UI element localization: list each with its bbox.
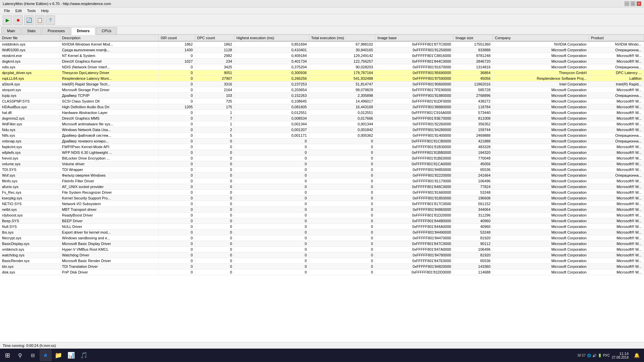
help-button[interactable]: ? — [46, 15, 55, 25]
table-row[interactable]: Wdf01000.sysСреда выполнения платф...143… — [0, 47, 644, 53]
table-row[interactable]: Wof.sysФильтр оверлея Windows00000xFFFFF… — [0, 173, 644, 178]
table-row[interactable]: tdx.sysTDI Translation Driver00000xFFFFF… — [0, 264, 644, 269]
col-isr-count[interactable]: ISR count — [158, 35, 195, 41]
menu-edit[interactable]: Edit — [13, 8, 24, 13]
table-row[interactable]: Null.SYSNULL Driver00000xFFFFF801'844A00… — [0, 224, 644, 230]
table-cell: 2,305898 — [309, 93, 375, 99]
table-row[interactable]: netbt.sysMBT Transport driver00000xFFFFF… — [0, 207, 644, 213]
media-button[interactable]: 🎵 — [78, 349, 90, 361]
tab-drivers[interactable]: Drivers — [71, 27, 95, 35]
report-button[interactable]: 📋 — [35, 15, 44, 25]
col-dpc-count[interactable]: DPC count — [195, 35, 234, 41]
table-row[interactable]: dxgmms2.sysDirectX Graphics MMS070,00853… — [0, 116, 644, 121]
col-company[interactable]: Company — [493, 35, 589, 41]
col-highest-exec[interactable]: Highest execution (ms) — [234, 35, 309, 41]
table-row[interactable]: vmbkmclr.sysHyper-V VMBus Root KMCL00000… — [0, 247, 644, 252]
table-row[interactable]: Ndu.sysWindows Network Data Usa...020,00… — [0, 127, 644, 133]
table-row[interactable]: HDAudBus.sysHigh Definition Audio Bus Dr… — [0, 104, 644, 110]
table-cell: Microsoft Corporation — [493, 133, 589, 138]
tab-main[interactable]: Main — [1, 27, 21, 34]
minimize-button[interactable]: ─ — [625, 1, 629, 6]
col-product[interactable]: Product — [589, 35, 644, 41]
stop-button[interactable]: ■ — [13, 15, 23, 25]
close-button[interactable]: ✕ — [637, 1, 641, 6]
play-button[interactable]: ▶ — [3, 15, 12, 25]
menu-tools[interactable]: Tools — [24, 8, 39, 13]
col-total-exec[interactable]: Total execution (ms) — [309, 35, 375, 41]
table-row[interactable]: afunix.sysAF_UNIX socket provider00000xF… — [0, 184, 644, 190]
table-row[interactable]: hal.dllHardware Abstraction Layer010,012… — [0, 110, 644, 116]
table-cell: Microsoft Corporation — [493, 110, 589, 116]
table-cell: 0 — [309, 241, 375, 247]
drivers-table-container[interactable]: Driver file Description ISR count DPC co… — [0, 35, 644, 342]
table-row[interactable]: volsnap.sysДрайвер теневого копиро...000… — [0, 138, 644, 144]
ie-button[interactable]: e — [40, 349, 52, 361]
table-row[interactable]: rspLLL64.sysResplendence Latency Mont...… — [0, 76, 644, 81]
statusbar: Time running: 0:00:24 (h:mm:ss) — [0, 342, 644, 349]
table-row[interactable]: Beep.SYSBEEP Driver00000xFFFFF801'844B00… — [0, 218, 644, 224]
table-cell: filecrypt.sys — [0, 235, 60, 241]
table-row[interactable]: watchdog.sysWatchdog Driver00000xFFFFF80… — [0, 252, 644, 258]
col-image-base[interactable]: Image base — [375, 35, 453, 41]
table-row[interactable]: Ntfs.sysДрайвер файловой систем...050,00… — [0, 133, 644, 138]
folder-button[interactable]: 📁 — [52, 349, 64, 361]
table-row[interactable]: fwpkclnt.sysFWP/IPsec Kernel-Mode API000… — [0, 144, 644, 150]
table-body: nvlddmkm.sysNVIDIA Windows Kernel Mod...… — [0, 41, 644, 275]
table-cell: 0xFFFFF801'844A0000 — [375, 224, 453, 230]
table-row[interactable]: aStorA.sysIntel(R) Rapid Storage Tech...… — [0, 81, 644, 87]
table-row[interactable]: storport.sysMicrosoft Storage Port Drive… — [0, 87, 644, 93]
table-row[interactable]: volume.sysVolume driver00000xFFFFF801'81… — [0, 161, 644, 167]
table-cell: 933888 — [453, 47, 492, 53]
table-cell: 0,001207 — [234, 127, 309, 133]
col-image-size[interactable]: Image size — [453, 35, 492, 41]
table-row[interactable]: rdyboost.sysReadyBoost Driver00000xFFFFF… — [0, 213, 644, 218]
table-row[interactable]: NETIO.SYSNetwork I/O Subsystem00000xFFFF… — [0, 201, 644, 207]
table-row[interactable]: wfplwfs.sysWFP NDIS 6.30 Lightweight ...… — [0, 150, 644, 156]
table-cell: 0 — [195, 258, 234, 264]
table-cell: Microsoft® W... — [589, 224, 644, 230]
notifications-button[interactable]: 🔔 — [631, 349, 643, 361]
table-row[interactable]: filecrypt.sysWindows sandboxing and e...… — [0, 235, 644, 241]
table-row[interactable]: tbs.sysExport driver for kernel mod...00… — [0, 230, 644, 235]
table-row[interactable]: ndis.sysNDIS (Network Driver Interf...03… — [0, 64, 644, 70]
table-row[interactable]: fvevol.sysBitLocker Drive Encryption ...… — [0, 156, 644, 161]
tab-cpus[interactable]: CPUs — [96, 27, 117, 34]
table-row[interactable]: CLASSPNP.SYSSCSI Class System Dll07250,1… — [0, 99, 644, 104]
table-cell: 0,012551 — [234, 110, 309, 116]
table-row[interactable]: BasicDisplay.sysMicrosoft Basic Display … — [0, 241, 644, 247]
restore-button[interactable]: □ — [631, 1, 635, 6]
task-view-button[interactable]: ⊟ — [27, 349, 39, 361]
col-driver-file[interactable]: Driver file — [0, 35, 60, 41]
chart-button[interactable]: 📊 — [65, 349, 77, 361]
start-button[interactable]: ⊞ — [1, 349, 13, 361]
tab-processes[interactable]: Processes — [42, 27, 70, 34]
table-row[interactable]: ntoskrnl.exeNT Kernel & System029820,409… — [0, 53, 644, 59]
refresh-button[interactable]: 🔄 — [24, 15, 34, 25]
table-cell: 0 — [234, 138, 309, 144]
table-cell: 27907 — [195, 76, 234, 81]
table-cell: Microsoft® W... — [589, 190, 644, 195]
table-cell: Microsoft Corporation — [493, 224, 589, 230]
table-row[interactable]: Fs_Rec.sysFile System Recognizer Driver0… — [0, 190, 644, 195]
table-cell: 770048 — [453, 156, 492, 161]
table-row[interactable]: ksecpkg.sysKernel Security Support Pro..… — [0, 195, 644, 201]
table-row[interactable]: WdFilter.sysMicrosoft antimalware file s… — [0, 121, 644, 127]
col-description[interactable]: Description — [60, 35, 158, 41]
table-row[interactable]: BasicRender.sysMicrosoft Basic Render Dr… — [0, 258, 644, 264]
table-row[interactable]: TDI.SYSTDI Wrapper00000xFFFFF801'8485000… — [0, 167, 644, 173]
menu-file[interactable]: File — [1, 8, 13, 13]
table-cell: 0 — [234, 218, 309, 224]
table-cell: 11862016 — [453, 81, 492, 87]
table-row[interactable]: disk.sysPnP Disk Driver00000xFFFFF801'81… — [0, 269, 644, 275]
table-cell: NETIO.SYS — [0, 201, 60, 207]
menu-help[interactable]: Help — [38, 8, 51, 13]
table-cell: 0 — [158, 178, 195, 184]
table-row[interactable]: nvlddmkm.sysNVIDIA Windows Kernel Mod...… — [0, 41, 644, 47]
table-row[interactable]: dxgkrnl.sysDirectX Graphics Kernel102723… — [0, 59, 644, 64]
table-row[interactable]: tcpip.sysДрайвер TCP/IP01030,1522632,305… — [0, 93, 644, 99]
table-row[interactable]: dpcplat_driver.sysThesycon DpcLatency Dr… — [0, 70, 644, 76]
table-cell: 0xFFFFF801'844C0000 — [375, 59, 453, 64]
tab-stats[interactable]: Stats — [21, 27, 41, 34]
table-row[interactable]: fltinfo.sysFileInfo Filter Driver00000xF… — [0, 178, 644, 184]
search-button[interactable]: ⚲ — [14, 349, 26, 361]
